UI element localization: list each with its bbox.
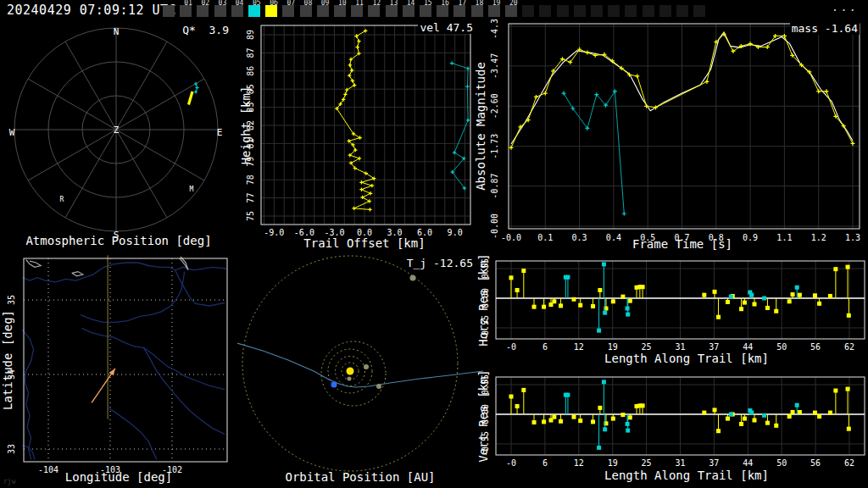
horz-res-yellow-point <box>828 294 832 298</box>
tick-label: 62 <box>844 342 854 352</box>
frame-number: 19 <box>492 0 501 7</box>
frame-box-15[interactable]: 15 <box>420 5 431 17</box>
data-point-marker <box>466 119 470 122</box>
frame-box[interactable] <box>591 5 603 17</box>
vert-res-yellow-point <box>578 419 582 423</box>
data-point-marker <box>358 136 361 139</box>
vert-res-yellow-point <box>515 404 520 408</box>
river <box>81 272 185 323</box>
horz-res-yellow-point <box>833 267 837 271</box>
frame-box[interactable] <box>625 5 637 17</box>
tick-label: 31 <box>675 458 685 468</box>
frame-box-01[interactable]: 01 <box>180 5 192 17</box>
frame-number: 02 <box>201 0 209 7</box>
frame-box-11[interactable]: 11 <box>351 5 363 17</box>
tick-label: -0.87 <box>490 174 499 199</box>
vert-res-ylabel: Vert Res [km] <box>476 369 490 463</box>
vert-res-yellow-point <box>774 424 778 428</box>
vert-res-yellow-point <box>817 414 821 419</box>
horz-res-yellow-point <box>791 292 795 297</box>
frame-number: 17 <box>458 0 466 7</box>
frame-box-12[interactable]: 12 <box>368 5 380 17</box>
data-point-marker <box>466 67 470 70</box>
frame-box-19[interactable]: 19 <box>488 5 500 17</box>
tick-label: 56 <box>810 458 821 468</box>
frame-box[interactable] <box>693 5 705 17</box>
frame-box-16[interactable]: 16 <box>437 5 448 17</box>
watermark: rjw <box>3 478 15 485</box>
plot-border <box>24 258 227 462</box>
data-point-marker <box>453 151 456 154</box>
vert-res-cyan-point <box>565 393 570 397</box>
tick-label: 89 <box>246 30 255 40</box>
frame-box-14[interactable]: 14 <box>403 5 415 17</box>
vert-res-cyan-point <box>597 446 601 450</box>
trajectory-arrowhead <box>109 369 115 375</box>
cardinal-E: E <box>217 127 223 138</box>
tick-label: 31 <box>675 342 685 352</box>
frame-box-05[interactable]: 05 <box>248 5 260 17</box>
tick-label: 37 <box>709 342 719 352</box>
horz-res-cyan-point <box>626 313 630 317</box>
frame-box[interactable] <box>574 5 586 17</box>
meteoroid-orbit <box>237 343 483 387</box>
horz-res-yellow-point <box>620 295 625 299</box>
horz-res-yellow-point <box>572 297 576 302</box>
tick-label: 62 <box>844 458 854 468</box>
plot-border <box>509 24 860 229</box>
data-point-marker <box>622 212 626 216</box>
frame-box[interactable] <box>163 5 175 17</box>
frame-number: 15 <box>424 0 432 7</box>
vert-res-yellow-point <box>532 420 537 424</box>
frame-box-10[interactable]: 10 <box>334 5 346 17</box>
frame-box[interactable] <box>676 5 688 17</box>
frame-box[interactable] <box>557 5 569 17</box>
tick-label: 44 <box>743 458 753 468</box>
horz-res-yellow-point <box>743 301 747 305</box>
frame-box[interactable] <box>522 5 534 17</box>
frame-box-07[interactable]: 07 <box>282 5 294 17</box>
station-R: R <box>60 196 64 203</box>
vert-res-yellow-point <box>591 419 595 424</box>
vert-res-yellow-point <box>509 395 514 399</box>
frame-box[interactable] <box>659 5 671 17</box>
frame-box-09[interactable]: 09 <box>317 5 329 17</box>
frame-box[interactable] <box>608 5 620 17</box>
frame-box-08[interactable]: 08 <box>300 5 312 17</box>
frame-box[interactable] <box>539 5 551 17</box>
data-point-marker <box>585 51 589 55</box>
frame-box[interactable] <box>643 5 654 17</box>
river <box>109 408 157 460</box>
horz-res-yellow-point <box>846 265 850 269</box>
horz-res-yellow-point <box>847 313 851 318</box>
tick-label: -1.73 <box>490 134 499 159</box>
mars-dot <box>376 384 381 389</box>
sun-dot <box>347 368 354 375</box>
tick-label: 12 <box>574 342 584 352</box>
horz-res-yellow-point <box>798 293 802 297</box>
frame-box-13[interactable]: 13 <box>386 5 398 17</box>
vert-res-cyan-point <box>795 403 799 408</box>
overflow-menu-icon[interactable]: ... <box>832 0 858 14</box>
atmospheric-position-plot: NESWZRM <box>0 19 237 250</box>
frame-number: 12 <box>372 0 381 7</box>
frame-box-03[interactable]: 03 <box>214 5 226 17</box>
horz-res-cyan-point <box>795 286 799 290</box>
horz-res-yellow-point <box>515 288 520 292</box>
frame-number: 07 <box>287 0 295 7</box>
frame-box-04[interactable]: 04 <box>231 5 243 17</box>
atmospheric-position-panel: NESWZRM Q* 3.9 Atmospheric Position [deg… <box>0 19 237 250</box>
horz-res-yellow-point <box>641 285 645 289</box>
tick-label: 6 <box>542 342 548 352</box>
frame-box-02[interactable]: 02 <box>197 5 209 17</box>
data-point-marker <box>369 191 372 195</box>
frame-box-18[interactable]: 18 <box>471 5 483 17</box>
tick-label: 56 <box>810 342 821 352</box>
data-point-marker <box>450 61 453 64</box>
mercury-dot <box>348 377 352 381</box>
frame-box-20[interactable]: 20 <box>505 5 517 17</box>
frame-box-06[interactable]: 06 <box>265 5 277 17</box>
vert-res-yellow-point <box>743 417 747 421</box>
frame-box-17[interactable]: 17 <box>453 5 465 17</box>
map-xlabel: Longitude [deg] <box>21 470 216 484</box>
